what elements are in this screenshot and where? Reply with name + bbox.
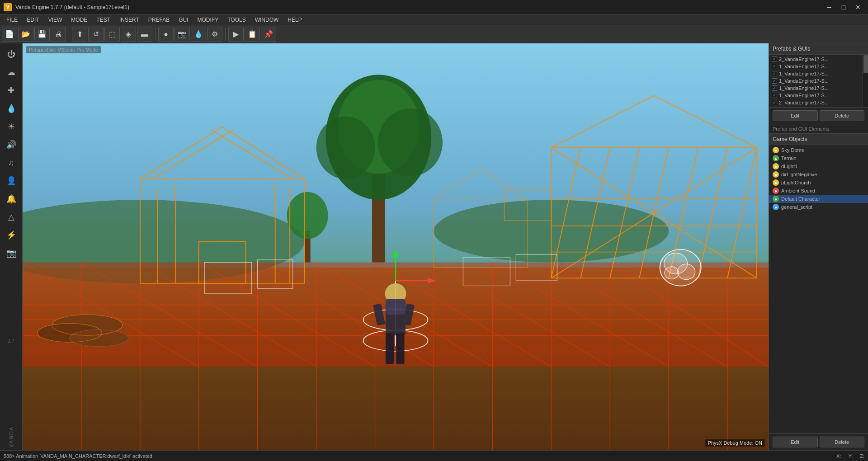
prefab-item-3[interactable]: 1_VandaEngine17-S... <box>769 77 863 85</box>
svg-point-88 <box>678 264 695 280</box>
prefab-item-1[interactable]: 1_VandaEngine17-S... <box>769 63 863 70</box>
prefab-label-0: 2_VandaEngine17-S... <box>779 56 829 62</box>
window-title: Vanda Engine 1.7.7 (default - Sample17Le… <box>15 4 129 10</box>
toolbar-btn-sphere[interactable]: ● <box>158 27 174 42</box>
main-layout: ⏻☁✚💧☀🔊♫👤🔔△⚡📷1.7VANDA <box>0 43 868 450</box>
game-obj-item-3[interactable]: ●dirLightNegative <box>769 170 868 179</box>
sidebar-icon-lightning[interactable]: ⚡ <box>3 227 19 243</box>
game-obj-item-2[interactable]: ●dLight1 <box>769 162 868 170</box>
prefab-item-6[interactable]: 2_VandaEngine17-S... <box>769 99 863 106</box>
game-obj-edit-button[interactable]: Edit <box>773 437 818 447</box>
prefab-checkbox-5[interactable] <box>772 93 777 98</box>
game-obj-icon-2: ● <box>773 163 779 169</box>
toolbar-btn-water[interactable]: 💧 <box>191 27 206 42</box>
prefab-checkbox-4[interactable] <box>772 85 777 91</box>
game-obj-item-4[interactable]: ●pLightChurch <box>769 179 868 187</box>
menu-item-gui[interactable]: GUI <box>174 14 193 25</box>
menu-item-file[interactable]: FILE <box>2 14 22 25</box>
prefab-item-4[interactable]: 1_VandaEngine17-S... <box>769 85 863 92</box>
menu-item-mode[interactable]: MODE <box>66 14 92 25</box>
game-obj-item-5[interactable]: ●Ambient Sound <box>769 187 868 195</box>
menu-item-prefab[interactable]: PREFAB <box>144 14 174 25</box>
game-obj-item-1[interactable]: ▲Terrain <box>769 154 868 162</box>
menu-item-tools[interactable]: TOOLS <box>223 14 250 25</box>
status-bar: 588> Animation 'VANDA_MAIN_CHARACTER:dwa… <box>0 450 868 461</box>
toolbar-btn-cube[interactable]: ◈ <box>121 27 136 42</box>
sidebar-icon-water[interactable]: 💧 <box>3 100 19 117</box>
prefab-checkbox-6[interactable] <box>772 100 777 105</box>
prefab-item-5[interactable]: 1_VandaEngine17-S... <box>769 92 863 99</box>
prefab-checkbox-0[interactable] <box>772 56 777 62</box>
sidebar-icon-avatar[interactable]: 👤 <box>3 173 19 189</box>
toolbar-btn-camera[interactable]: 📷 <box>175 27 190 42</box>
game-obj-icon-7: ● <box>773 204 779 210</box>
prefab-checkbox-2[interactable] <box>772 71 777 76</box>
status-message: 588> Animation 'VANDA_MAIN_CHARACTER:dwa… <box>4 453 152 459</box>
maximize-button[interactable]: □ <box>837 3 850 12</box>
minimize-button[interactable]: ─ <box>823 3 835 12</box>
toolbar: 📄📂💾🖨⬆↺⬚◈▬●📷💧⚙▶📋📌 <box>0 25 868 43</box>
prefab-gui-elements-label: Prefab and GUI Elements <box>769 124 868 134</box>
game-obj-item-6[interactable]: ●Default Character <box>769 195 868 203</box>
viewport[interactable]: Perspective: VScene Pro Mode PhysX Debug… <box>23 43 769 450</box>
game-objects-header: Game Objects <box>769 134 868 145</box>
physx-label: PhysX Debug Mode: ON <box>705 439 765 447</box>
app-icon: V <box>4 3 12 11</box>
sidebar-icon-bell[interactable]: 🔔 <box>3 191 19 207</box>
menu-item-test[interactable]: TEST <box>92 14 115 25</box>
prefab-delete-button[interactable]: Delete <box>820 110 865 121</box>
game-obj-label-0: Sky Dome <box>781 147 804 153</box>
sidebar-icon-music[interactable]: ♫ <box>3 155 19 171</box>
toolbar-btn-paste[interactable]: 📌 <box>261 27 276 42</box>
game-obj-delete-button[interactable]: Delete <box>820 437 865 447</box>
toolbar-btn-play[interactable]: ▶ <box>228 27 244 42</box>
title-bar: V Vanda Engine 1.7.7 (default - Sample17… <box>0 0 868 14</box>
prefab-checkbox-1[interactable] <box>772 64 777 69</box>
sidebar-icon-terrain[interactable]: △ <box>3 209 19 225</box>
sidebar-icon-cloud[interactable]: ☁ <box>3 64 19 80</box>
toolbar-btn-redo[interactable]: ↺ <box>88 27 104 42</box>
toolbar-separator-9 <box>155 28 156 41</box>
toolbar-btn-save[interactable]: 💾 <box>34 27 50 42</box>
menu-item-help[interactable]: HELP <box>283 14 306 25</box>
game-obj-item-7[interactable]: ●general_script <box>769 203 868 211</box>
sidebar-icon-speaker[interactable]: 🔊 <box>3 136 19 153</box>
y-coord-label: Y: <box>848 453 853 459</box>
menu-item-edit[interactable]: EDIT <box>22 14 43 25</box>
game-obj-label-7: general_script <box>781 204 812 210</box>
sidebar-icon-add[interactable]: ✚ <box>3 82 19 99</box>
viewport-label: Perspective: VScene Pro Mode <box>26 46 101 53</box>
toolbar-btn-import[interactable]: ⬆ <box>72 27 87 42</box>
toolbar-btn-copy[interactable]: 📋 <box>245 27 260 42</box>
svg-point-35 <box>316 117 375 179</box>
game-obj-icon-3: ● <box>773 171 779 178</box>
prefab-edit-button[interactable]: Edit <box>773 110 818 121</box>
prefab-checkbox-3[interactable] <box>772 78 777 84</box>
close-button[interactable]: ✕ <box>852 3 864 12</box>
menu-item-modify[interactable]: MODIFY <box>193 14 223 25</box>
toolbar-btn-select[interactable]: ⬚ <box>104 27 120 42</box>
svg-rect-80 <box>386 333 394 364</box>
prefab-item-2[interactable]: 1_VandaEngine17-S... <box>769 70 863 77</box>
toolbar-btn-save-as[interactable]: 🖨 <box>51 27 66 42</box>
menu-item-window[interactable]: WINDOW <box>250 14 283 25</box>
toolbar-btn-new[interactable]: 📄 <box>2 27 17 42</box>
game-obj-item-0[interactable]: ●Sky Dome <box>769 146 868 154</box>
toolbar-btn-settings[interactable]: ⚙ <box>207 27 222 42</box>
prefab-label-1: 1_VandaEngine17-S... <box>779 64 829 69</box>
toolbar-btn-open[interactable]: 📂 <box>18 27 33 42</box>
prefab-item-0[interactable]: 2_VandaEngine17-S... <box>769 56 863 63</box>
game-objects-list: ●Sky Dome▲Terrain●dLight1●dirLightNegati… <box>769 145 868 433</box>
prefab-label-4: 1_VandaEngine17-S... <box>779 85 829 91</box>
game-obj-label-5: Ambient Sound <box>781 188 815 193</box>
game-obj-icon-6: ● <box>773 196 779 202</box>
prefab-scrollbar[interactable] <box>863 55 868 107</box>
game-obj-label-2: dLight1 <box>781 164 797 169</box>
menu-item-view[interactable]: VIEW <box>44 14 67 25</box>
sidebar-icon-sun[interactable]: ☀ <box>3 118 19 135</box>
sidebar-icon-camera-capture[interactable]: 📷 <box>3 245 19 261</box>
sidebar-icon-power[interactable]: ⏻ <box>3 46 19 62</box>
menu-item-insert[interactable]: INSERT <box>115 14 144 25</box>
status-coords: X: Y: Z: <box>836 453 864 459</box>
toolbar-btn-shape[interactable]: ▬ <box>137 27 152 42</box>
